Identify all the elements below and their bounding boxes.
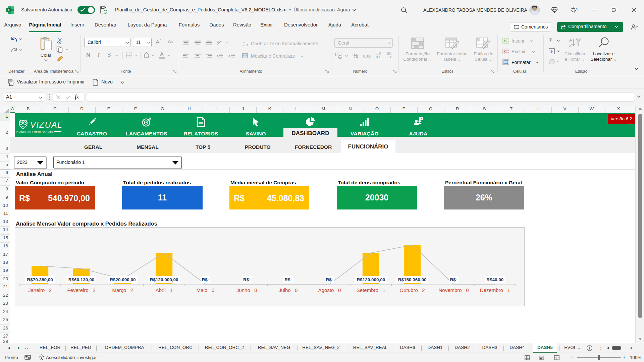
svg-text:R$20.090,00: R$20.090,00 bbox=[110, 277, 136, 282]
svg-text:R$60.130,00: R$60.130,00 bbox=[68, 277, 94, 282]
svg-text:R$-: R$- bbox=[202, 277, 209, 282]
svg-text:Abril 1: Abril 1 bbox=[156, 287, 173, 293]
svg-text:A: A bbox=[569, 38, 572, 43]
svg-text:Setembro 1: Setembro 1 bbox=[357, 287, 385, 293]
svg-text:Julho 0: Julho 0 bbox=[279, 287, 298, 293]
svg-text:R$-: R$- bbox=[326, 277, 333, 282]
svg-text:R$-: R$- bbox=[450, 277, 458, 282]
svg-text:Janeiro 2: Janeiro 2 bbox=[28, 287, 52, 293]
svg-text:Outubro 2: Outubro 2 bbox=[400, 287, 425, 293]
svg-text:R$150.360,00: R$150.360,00 bbox=[398, 277, 427, 282]
svg-text:?: ? bbox=[420, 117, 422, 120]
svg-text:c: c bbox=[243, 44, 245, 46]
svg-text:Agosto 0: Agosto 0 bbox=[318, 287, 341, 293]
svg-text:ab: ab bbox=[217, 40, 220, 43]
svg-text:R$120.000,00: R$120.000,00 bbox=[357, 277, 385, 282]
svg-text:R$40,00: R$40,00 bbox=[486, 277, 503, 282]
svg-text:R$-: R$- bbox=[243, 277, 251, 282]
svg-text:Dezembro 1: Dezembro 1 bbox=[480, 287, 510, 293]
svg-text:Junho 0: Junho 0 bbox=[236, 287, 257, 293]
svg-text:X: X bbox=[7, 8, 10, 12]
svg-text:R$70.350,00: R$70.350,00 bbox=[27, 277, 53, 282]
svg-text:Março 2: Março 2 bbox=[112, 287, 133, 293]
svg-text:Z: Z bbox=[569, 43, 572, 48]
svg-text:Fevereiro 2: Fevereiro 2 bbox=[67, 287, 95, 293]
svg-text:Maio 0: Maio 0 bbox=[197, 287, 214, 293]
svg-text:R$120.000,00: R$120.000,00 bbox=[150, 277, 178, 282]
svg-text:R$-: R$- bbox=[284, 277, 292, 282]
svg-text:Novembro 0: Novembro 0 bbox=[438, 287, 469, 293]
